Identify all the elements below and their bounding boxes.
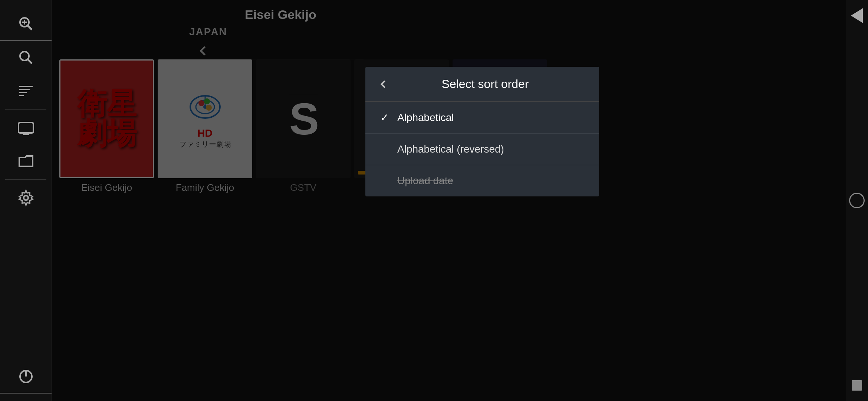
svg-line-5 — [28, 59, 32, 63]
right-stop-button[interactable] — [849, 377, 865, 394]
settings-icon — [17, 189, 35, 207]
sidebar-item-tv[interactable] — [0, 111, 52, 144]
right-back-button[interactable] — [849, 7, 865, 24]
stop-square-icon — [852, 380, 862, 391]
folder-icon — [17, 152, 35, 170]
sort-option-upload-label: Upload date — [397, 175, 453, 187]
main-content: Eisei Gekijo JAPAN 衛星 劇場 Eisei Gekijo — [52, 0, 846, 401]
sort-back-icon — [377, 78, 390, 91]
back-triangle-icon — [851, 8, 863, 23]
sort-dialog: Select sort order ✓ Alphabetical Alphabe… — [365, 67, 599, 196]
sort-option-alphabetical[interactable]: ✓ Alphabetical — [365, 102, 599, 134]
sidebar-item-settings[interactable] — [0, 181, 52, 215]
sidebar-item-search-active[interactable] — [0, 7, 52, 41]
power-icon — [17, 368, 35, 385]
right-select-button[interactable] — [849, 192, 865, 209]
sort-option-upload-date[interactable]: Upload date — [365, 165, 599, 196]
svg-point-13 — [24, 196, 28, 200]
search-active-icon — [17, 15, 35, 33]
sidebar — [0, 0, 52, 401]
sort-dialog-header: Select sort order — [365, 67, 599, 102]
svg-line-1 — [28, 26, 32, 30]
sidebar-item-sort[interactable] — [0, 74, 52, 108]
sort-icon — [17, 82, 35, 100]
right-controls — [846, 0, 868, 401]
sidebar-item-search[interactable] — [0, 41, 52, 74]
sort-check-icon: ✓ — [380, 111, 391, 124]
svg-rect-10 — [19, 123, 33, 133]
tv-icon — [17, 119, 35, 137]
sort-option-alphabetical-reversed[interactable]: Alphabetical (reversed) — [365, 134, 599, 165]
svg-point-4 — [20, 52, 29, 61]
select-circle-icon — [849, 193, 865, 208]
search-icon — [17, 49, 35, 66]
main-overlay — [52, 0, 846, 401]
sort-dialog-title: Select sort order — [397, 77, 588, 91]
sidebar-item-power[interactable] — [0, 360, 52, 394]
sort-option-reversed-label: Alphabetical (reversed) — [397, 143, 504, 155]
sort-option-alphabetical-label: Alphabetical — [397, 112, 454, 124]
sort-back-button[interactable] — [377, 78, 390, 91]
sidebar-item-folder[interactable] — [0, 144, 52, 178]
